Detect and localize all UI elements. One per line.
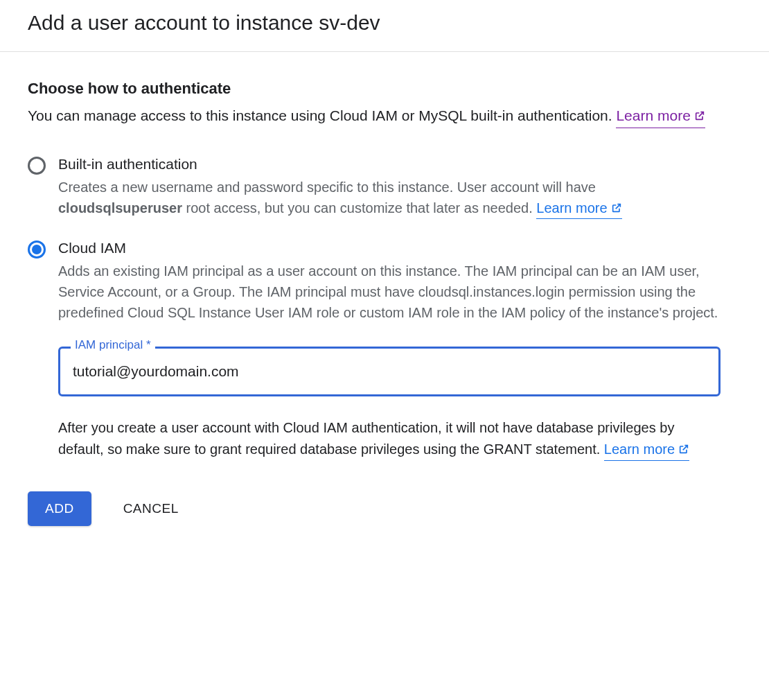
action-button-row: ADD CANCEL	[28, 491, 721, 554]
builtin-label: Built-in authentication	[58, 156, 721, 173]
iam-principal-input[interactable]	[58, 347, 721, 396]
auth-method-radio-group: Built-in authentication Creates a new us…	[28, 156, 721, 461]
cancel-button[interactable]: CANCEL	[121, 491, 182, 526]
auth-section-description: You can manage access to this instance u…	[28, 105, 721, 128]
auth-learn-more-link[interactable]: Learn more	[616, 105, 705, 128]
add-button[interactable]: ADD	[28, 491, 91, 526]
dialog-header: Add a user account to instance sv-dev	[0, 0, 769, 51]
cloud-iam-radio[interactable]	[28, 240, 46, 259]
auth-section-title: Choose how to authenticate	[28, 80, 721, 98]
iam-principal-field-wrapper: IAM principal *	[58, 347, 721, 396]
builtin-description: Creates a new username and password spec…	[58, 177, 721, 219]
external-link-icon	[611, 202, 622, 213]
iam-principal-label: IAM principal *	[71, 338, 155, 352]
cloud-iam-description: Adds an existing IAM principal as a user…	[58, 261, 721, 323]
dialog-title: Add a user account to instance sv-dev	[28, 11, 741, 35]
external-link-icon	[694, 110, 705, 121]
cloud-iam-helper-text: After you create a user account with Clo…	[58, 417, 721, 461]
builtin-radio[interactable]	[28, 157, 46, 175]
dialog-content: Choose how to authenticate You can manag…	[0, 52, 748, 554]
grant-learn-more-link[interactable]: Learn more	[604, 439, 689, 461]
external-link-icon	[678, 444, 689, 455]
cloud-iam-label: Cloud IAM	[58, 240, 721, 256]
builtin-learn-more-link[interactable]: Learn more	[536, 198, 621, 219]
builtin-auth-option[interactable]: Built-in authentication Creates a new us…	[28, 156, 721, 219]
cloud-iam-option[interactable]: Cloud IAM Adds an existing IAM principal…	[28, 240, 721, 461]
